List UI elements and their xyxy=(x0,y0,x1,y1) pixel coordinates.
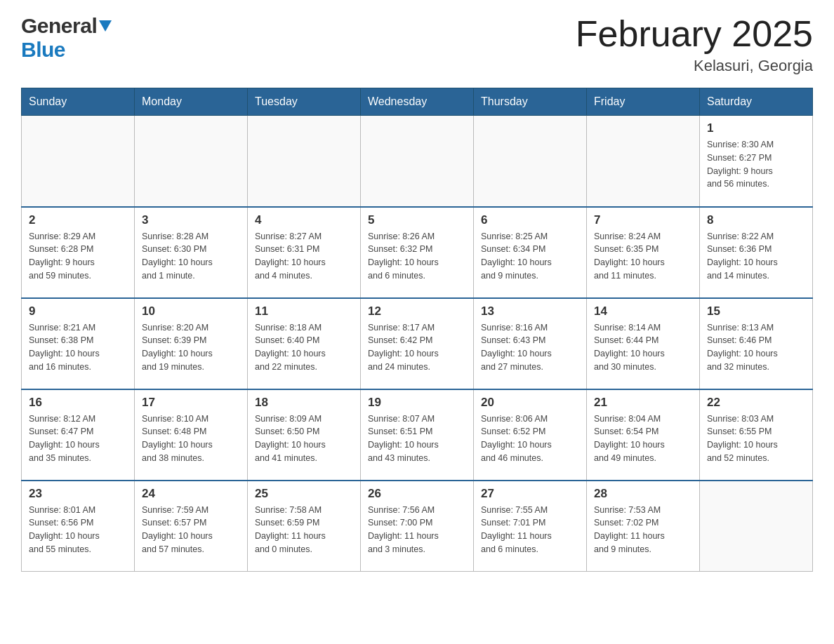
day-number: 11 xyxy=(255,304,353,318)
calendar-table: Sunday Monday Tuesday Wednesday Thursday… xyxy=(21,88,813,572)
col-header-saturday: Saturday xyxy=(700,88,813,116)
table-row: 9Sunrise: 8:21 AM Sunset: 6:38 PM Daylig… xyxy=(22,298,135,389)
day-number: 28 xyxy=(594,487,692,501)
logo-triangle-icon xyxy=(99,20,112,34)
col-header-wednesday: Wednesday xyxy=(361,88,474,116)
table-row xyxy=(474,116,587,207)
day-number: 6 xyxy=(481,213,579,227)
day-info: Sunrise: 8:03 AM Sunset: 6:55 PM Dayligh… xyxy=(707,412,805,465)
day-info: Sunrise: 8:07 AM Sunset: 6:51 PM Dayligh… xyxy=(368,412,466,465)
day-number: 20 xyxy=(481,396,579,410)
calendar-week-row: 2Sunrise: 8:29 AM Sunset: 6:28 PM Daylig… xyxy=(22,207,813,298)
table-row: 6Sunrise: 8:25 AM Sunset: 6:34 PM Daylig… xyxy=(474,207,587,298)
table-row: 16Sunrise: 8:12 AM Sunset: 6:47 PM Dayli… xyxy=(22,389,135,481)
day-number: 25 xyxy=(255,487,353,501)
day-number: 8 xyxy=(707,213,805,227)
day-number: 7 xyxy=(594,213,692,227)
day-number: 27 xyxy=(481,487,579,501)
table-row xyxy=(700,481,813,572)
month-year-title: February 2025 xyxy=(576,14,813,54)
table-row: 4Sunrise: 8:27 AM Sunset: 6:31 PM Daylig… xyxy=(248,207,361,298)
day-info: Sunrise: 8:13 AM Sunset: 6:46 PM Dayligh… xyxy=(707,321,805,374)
table-row: 27Sunrise: 7:55 AM Sunset: 7:01 PM Dayli… xyxy=(474,481,587,572)
day-number: 17 xyxy=(142,396,240,410)
day-number: 10 xyxy=(142,304,240,318)
col-header-friday: Friday xyxy=(587,88,700,116)
table-row: 15Sunrise: 8:13 AM Sunset: 6:46 PM Dayli… xyxy=(700,298,813,389)
col-header-thursday: Thursday xyxy=(474,88,587,116)
col-header-tuesday: Tuesday xyxy=(248,88,361,116)
calendar-week-row: 1Sunrise: 8:30 AM Sunset: 6:27 PM Daylig… xyxy=(22,116,813,207)
title-section: February 2025 Kelasuri, Georgia xyxy=(576,14,813,75)
day-number: 24 xyxy=(142,487,240,501)
calendar-header-row: Sunday Monday Tuesday Wednesday Thursday… xyxy=(22,88,813,116)
table-row xyxy=(361,116,474,207)
day-info: Sunrise: 8:06 AM Sunset: 6:52 PM Dayligh… xyxy=(481,412,579,465)
day-number: 22 xyxy=(707,396,805,410)
table-row xyxy=(248,116,361,207)
table-row: 1Sunrise: 8:30 AM Sunset: 6:27 PM Daylig… xyxy=(700,116,813,207)
day-info: Sunrise: 8:27 AM Sunset: 6:31 PM Dayligh… xyxy=(255,230,353,283)
table-row: 5Sunrise: 8:26 AM Sunset: 6:32 PM Daylig… xyxy=(361,207,474,298)
day-info: Sunrise: 8:14 AM Sunset: 6:44 PM Dayligh… xyxy=(594,321,692,374)
table-row: 12Sunrise: 8:17 AM Sunset: 6:42 PM Dayli… xyxy=(361,298,474,389)
day-number: 26 xyxy=(368,487,466,501)
calendar-week-row: 23Sunrise: 8:01 AM Sunset: 6:56 PM Dayli… xyxy=(22,481,813,572)
day-info: Sunrise: 7:56 AM Sunset: 7:00 PM Dayligh… xyxy=(368,504,466,556)
day-number: 4 xyxy=(255,213,353,227)
table-row: 26Sunrise: 7:56 AM Sunset: 7:00 PM Dayli… xyxy=(361,481,474,572)
table-row xyxy=(587,116,700,207)
day-number: 12 xyxy=(368,304,466,318)
day-info: Sunrise: 7:55 AM Sunset: 7:01 PM Dayligh… xyxy=(481,504,579,556)
table-row xyxy=(135,116,248,207)
day-number: 13 xyxy=(481,304,579,318)
svg-marker-0 xyxy=(99,20,112,32)
day-number: 3 xyxy=(142,213,240,227)
table-row: 10Sunrise: 8:20 AM Sunset: 6:39 PM Dayli… xyxy=(135,298,248,389)
table-row xyxy=(22,116,135,207)
day-info: Sunrise: 8:25 AM Sunset: 6:34 PM Dayligh… xyxy=(481,230,579,283)
day-number: 14 xyxy=(594,304,692,318)
col-header-sunday: Sunday xyxy=(22,88,135,116)
table-row: 3Sunrise: 8:28 AM Sunset: 6:30 PM Daylig… xyxy=(135,207,248,298)
day-number: 21 xyxy=(594,396,692,410)
day-info: Sunrise: 8:10 AM Sunset: 6:48 PM Dayligh… xyxy=(142,412,240,465)
day-info: Sunrise: 8:22 AM Sunset: 6:36 PM Dayligh… xyxy=(707,230,805,283)
day-info: Sunrise: 7:53 AM Sunset: 7:02 PM Dayligh… xyxy=(594,504,692,556)
day-number: 5 xyxy=(368,213,466,227)
table-row: 28Sunrise: 7:53 AM Sunset: 7:02 PM Dayli… xyxy=(587,481,700,572)
day-number: 2 xyxy=(29,213,127,227)
calendar-week-row: 16Sunrise: 8:12 AM Sunset: 6:47 PM Dayli… xyxy=(22,389,813,481)
calendar-week-row: 9Sunrise: 8:21 AM Sunset: 6:38 PM Daylig… xyxy=(22,298,813,389)
table-row: 8Sunrise: 8:22 AM Sunset: 6:36 PM Daylig… xyxy=(700,207,813,298)
day-info: Sunrise: 8:21 AM Sunset: 6:38 PM Dayligh… xyxy=(29,321,127,374)
day-number: 9 xyxy=(29,304,127,318)
logo-blue-text: Blue xyxy=(21,38,65,61)
table-row: 19Sunrise: 8:07 AM Sunset: 6:51 PM Dayli… xyxy=(361,389,474,481)
day-info: Sunrise: 8:28 AM Sunset: 6:30 PM Dayligh… xyxy=(142,230,240,283)
table-row: 25Sunrise: 7:58 AM Sunset: 6:59 PM Dayli… xyxy=(248,481,361,572)
day-number: 18 xyxy=(255,396,353,410)
day-info: Sunrise: 8:17 AM Sunset: 6:42 PM Dayligh… xyxy=(368,321,466,374)
logo-general-text: General xyxy=(21,14,97,38)
day-info: Sunrise: 8:20 AM Sunset: 6:39 PM Dayligh… xyxy=(142,321,240,374)
table-row: 17Sunrise: 8:10 AM Sunset: 6:48 PM Dayli… xyxy=(135,389,248,481)
day-number: 15 xyxy=(707,304,805,318)
table-row: 18Sunrise: 8:09 AM Sunset: 6:50 PM Dayli… xyxy=(248,389,361,481)
table-row: 24Sunrise: 7:59 AM Sunset: 6:57 PM Dayli… xyxy=(135,481,248,572)
table-row: 7Sunrise: 8:24 AM Sunset: 6:35 PM Daylig… xyxy=(587,207,700,298)
day-number: 16 xyxy=(29,396,127,410)
page-header: General Blue February 2025 Kelasuri, Geo… xyxy=(21,14,813,75)
logo: General Blue xyxy=(21,14,112,62)
table-row: 13Sunrise: 8:16 AM Sunset: 6:43 PM Dayli… xyxy=(474,298,587,389)
day-number: 19 xyxy=(368,396,466,410)
table-row: 23Sunrise: 8:01 AM Sunset: 6:56 PM Dayli… xyxy=(22,481,135,572)
table-row: 21Sunrise: 8:04 AM Sunset: 6:54 PM Dayli… xyxy=(587,389,700,481)
day-info: Sunrise: 7:58 AM Sunset: 6:59 PM Dayligh… xyxy=(255,504,353,556)
day-info: Sunrise: 8:26 AM Sunset: 6:32 PM Dayligh… xyxy=(368,230,466,283)
day-info: Sunrise: 8:29 AM Sunset: 6:28 PM Dayligh… xyxy=(29,230,127,283)
table-row: 2Sunrise: 8:29 AM Sunset: 6:28 PM Daylig… xyxy=(22,207,135,298)
day-info: Sunrise: 8:01 AM Sunset: 6:56 PM Dayligh… xyxy=(29,504,127,556)
day-info: Sunrise: 8:30 AM Sunset: 6:27 PM Dayligh… xyxy=(707,138,805,191)
table-row: 14Sunrise: 8:14 AM Sunset: 6:44 PM Dayli… xyxy=(587,298,700,389)
